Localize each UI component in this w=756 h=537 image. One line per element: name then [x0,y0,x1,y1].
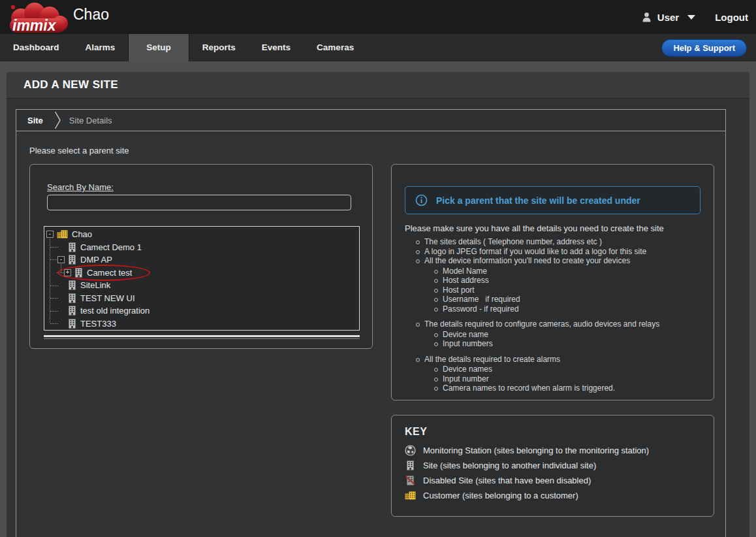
checklist-item: All the details required to create alarm… [424,355,560,365]
checklist-subitem: Camera names to record when alarm is tri… [443,383,615,393]
key-row: Disabled Site (sites that have been disa… [403,473,714,488]
site-tree[interactable]: - Chao [44,226,360,331]
checklist-subitem: Input number [443,374,489,384]
wizard-step-site[interactable]: Site [16,116,54,125]
checklist-subitem: Host address [443,276,489,285]
nav-item-alarms[interactable]: Alarms [72,34,129,61]
key-row: Site (sites belonging to another individ… [403,458,714,473]
checklist-subitem: Username if required [443,295,520,304]
tree-item-label: Chao [72,229,92,239]
person-icon [642,12,652,22]
wizard-step-site-details[interactable]: Site Details [69,116,112,125]
search-by-name-label: Search By Name: [47,182,114,192]
page-title: ADD A NEW SITE [7,78,118,91]
tree-item-site[interactable]: Camect Demo 1 [44,241,359,254]
add-site-panel: ADD A NEW SITE Site Site Details Please … [7,72,749,537]
station-title: Chao [73,6,109,24]
tree-item-label: test old integration [80,306,150,316]
top-bar: immix Chao User Logout [0,0,756,34]
tree-item-label: TEST NEW UI [80,293,135,303]
key-label: Monitoring Station (sites belonging to t… [423,446,649,455]
key-title: KEY [405,426,714,438]
tree-item-site[interactable]: - DMP AP [44,253,359,267]
site-icon [74,268,83,278]
checklist-subitem: Host port [443,285,475,295]
site-icon [68,255,76,265]
logo-text: immix [12,17,57,34]
checklist-subitem: Model Name [443,267,487,276]
site-details-info-panel: Pick a parent that the site will be crea… [391,164,714,400]
key-label: Disabled Site (sites that have been disa… [423,476,591,485]
select-parent-instruction: Please select a parent site [16,131,725,155]
key-label: Site (sites belonging to another individ… [423,461,596,470]
tree-item-site-selected[interactable]: + Camect test [44,267,359,280]
tree-item-label: TEST333 [80,319,116,329]
checklist-item: The details required to configure camera… [424,319,659,329]
site-icon [68,280,76,290]
callout-text: Pick a parent that the site will be crea… [436,195,640,206]
nav-item-setup[interactable]: Setup [128,34,189,61]
tree-item-site[interactable]: TEST NEW UI [44,292,359,305]
checklist-intro: Please make sure you have all the detail… [405,223,714,233]
site-step-content: Please select a parent site Search By Na… [16,131,726,537]
disabled-site-icon [403,476,417,485]
checklist-subitem: Password - if required [443,304,519,314]
search-by-name-input[interactable] [47,195,351,210]
step-chevron-icon [54,111,61,129]
customer-icon [57,230,68,238]
tree-divider [44,338,360,339]
nav-item-cameras[interactable]: Cameras [304,34,367,61]
expand-expander-icon[interactable]: + [64,269,71,276]
site-icon [403,461,417,470]
collapse-expander-icon[interactable]: - [57,256,65,263]
tree-item-site[interactable]: SiteLink [44,279,359,292]
key-row: Customer (sites belonging to a customer) [403,488,714,503]
checklist-item: All the device information you'll need t… [424,256,630,266]
key-row: Monitoring Station (sites belonging to t… [403,443,714,458]
nav-item-events[interactable]: Events [249,34,304,61]
help-support-button[interactable]: Help & Support [661,39,747,57]
site-icon [68,242,76,252]
site-icon [68,306,76,316]
wizard-steps: Site Site Details [16,109,726,131]
checklist-item: The sites details ( Telephone number, ad… [424,237,602,247]
checklist-subitem: Device names [443,365,492,374]
immix-logo[interactable]: immix [4,1,71,38]
collapse-expander-icon[interactable]: - [46,231,54,238]
tree-item-label: Camect test [87,268,132,278]
nav-item-reports[interactable]: Reports [189,34,249,61]
user-menu[interactable]: User [642,12,695,23]
nav-item-dashboard[interactable]: Dashboard [0,34,72,61]
tree-item-label: SiteLink [80,280,110,290]
tree-connector-line [50,235,50,323]
site-checklist: The sites details ( Telephone number, ad… [392,237,714,393]
key-label: Customer (sites belonging to a customer) [423,491,578,500]
tree-item-label: DMP AP [80,255,112,265]
main-nav: Dashboard Alarms Setup Reports Events Ca… [0,34,756,61]
tree-item-customer[interactable]: - Chao [44,228,359,241]
checklist-subitem: Input numbers [443,339,493,349]
chevron-down-icon [687,15,695,20]
logout-link[interactable]: Logout [715,12,748,23]
tree-item-site[interactable]: test old integration [44,304,359,317]
site-icon [68,319,76,329]
checklist-subitem: Device name [443,330,488,340]
info-icon [415,194,428,206]
tree-divider [44,335,360,337]
tree-item-site[interactable]: TEST333 [44,317,359,331]
parent-site-picker: Search By Name: - [29,164,373,349]
checklist-item: A logo in JPEG format if you would like … [424,247,646,257]
customer-icon [403,491,417,500]
user-menu-label: User [657,12,679,23]
key-legend-panel: KEY Monitoring Station (sites belonging … [391,415,714,517]
panel-header: ADD A NEW SITE [7,72,749,99]
globe-icon [403,445,417,456]
site-icon [68,293,76,303]
pick-parent-callout: Pick a parent that the site will be crea… [405,186,701,214]
tree-item-label: Camect Demo 1 [80,242,142,252]
